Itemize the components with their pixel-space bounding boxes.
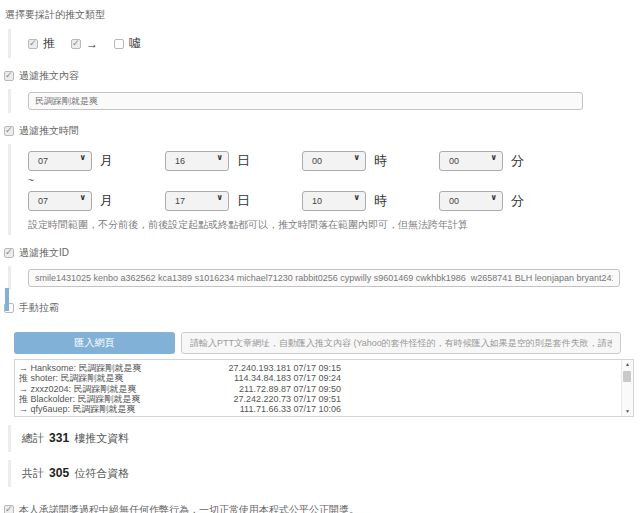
time-filter-checkbox[interactable]	[4, 126, 14, 136]
time-to-minute-select[interactable]: 00	[439, 191, 503, 211]
type-boo-label: 噓	[129, 35, 141, 52]
list-item: → qfy6auep: 民調踩剛就是爽 111.71.66.33 07/17 1…	[19, 404, 617, 414]
comment-ip-time: 114.34.84.183 07/17 09:24	[169, 373, 341, 383]
time-filter-section: 07∨ 月 16∨ 日 00∨ 時 00∨ 分 ~ 07∨ 月 17∨	[8, 144, 640, 235]
id-filter-section	[8, 266, 640, 290]
month-unit-label: 月	[100, 192, 113, 210]
type-option-push[interactable]: 推	[28, 35, 55, 52]
time-from-row: 07∨ 月 16∨ 日 00∨ 時 00∨ 分	[28, 150, 640, 171]
minute-unit-label: 分	[511, 192, 524, 210]
time-from-minute-select[interactable]: 00	[439, 151, 503, 171]
pledge-checkbox[interactable]	[4, 505, 14, 513]
time-to-minute-group: 00∨ 分	[439, 190, 576, 211]
time-filter-row: 過濾推文時間	[4, 124, 640, 138]
list-scrollbar[interactable]: ▲ ▼	[621, 360, 633, 416]
id-filter-checkbox[interactable]	[4, 248, 14, 258]
total-comments-line: 總計 331 樓推文資料	[8, 425, 640, 452]
type-boo-checkbox[interactable]	[114, 39, 124, 49]
manual-slot-row: 手動拉霸	[4, 301, 640, 315]
id-filter-row: 過濾推文ID	[4, 246, 640, 260]
hour-unit-label: 時	[374, 192, 387, 210]
time-filter-note: 設定時間範圍，不分前後，前後設定起點或終點都可以，推文時間落在範圍內即可，但無法…	[28, 218, 640, 232]
type-arrow-checkbox[interactable]	[71, 39, 81, 49]
qualified-suffix: 位符合資格	[74, 467, 129, 479]
type-push-label: 推	[43, 35, 55, 52]
type-options: 推 → 噓	[8, 29, 640, 58]
pledge-label: 本人承諾開獎過程中絕無任何作弊行為，一切正常使用本程式公平公正開獎。	[19, 503, 359, 513]
comment-ip-time: 27.240.193.181 07/17 09:15	[169, 363, 341, 373]
scrollbar-thumb[interactable]	[623, 371, 631, 382]
comment-author-text: → qfy6auep: 民調踩剛就是爽	[19, 404, 169, 414]
time-to-month-group: 07∨ 月	[28, 190, 165, 211]
time-from-minute-group: 00∨ 分	[439, 150, 576, 171]
list-item: → zxxz0204: 民調踩剛就是爽 211.72.89.87 07/17 0…	[19, 384, 617, 394]
time-to-day-group: 17∨ 日	[165, 190, 302, 211]
time-to-day-select[interactable]: 17	[165, 191, 229, 211]
content-filter-label: 過濾推文內容	[19, 69, 79, 83]
import-page-button[interactable]: 匯入網頁	[14, 332, 175, 354]
time-from-hour-select[interactable]: 00	[302, 151, 366, 171]
time-from-day-select[interactable]: 16	[165, 151, 229, 171]
accent-bar	[5, 288, 9, 311]
time-to-month-select[interactable]: 07	[28, 191, 92, 211]
manual-slot-label: 手動拉霸	[19, 301, 59, 315]
comment-ip-time: 211.72.89.87 07/17 09:50	[169, 384, 341, 394]
article-url-input[interactable]	[181, 332, 621, 354]
list-item: → Hanksome: 民調踩剛就是爽 27.240.193.181 07/17…	[19, 363, 617, 373]
hour-unit-label: 時	[374, 152, 387, 170]
list-item: 推 Blackolder: 民調踩剛就是爽 27.242.220.73 07/1…	[19, 394, 617, 404]
total-prefix: 總計	[22, 432, 44, 444]
content-filter-checkbox[interactable]	[4, 71, 14, 81]
minute-unit-label: 分	[511, 152, 524, 170]
time-from-day-group: 16∨ 日	[165, 150, 302, 171]
comment-author-text: → Hanksome: 民調踩剛就是爽	[19, 363, 169, 373]
content-filter-input[interactable]	[28, 92, 583, 110]
time-to-hour-group: 10∨ 時	[302, 190, 439, 211]
import-row: 匯入網頁	[14, 332, 640, 354]
content-filter-row: 過濾推文內容	[4, 69, 640, 83]
pledge-row: 本人承諾開獎過程中絕無任何作弊行為，一切正常使用本程式公平公正開獎。	[4, 503, 640, 513]
scroll-up-icon[interactable]: ▲	[625, 362, 630, 367]
ptt-lottery-tool: 選擇要採計的推文類型 推 → 噓 過濾推文內容 過濾推文時間 07∨ 月	[0, 0, 640, 513]
list-item: 推 shoter: 民調踩剛就是爽 114.34.84.183 07/17 09…	[19, 373, 617, 383]
id-filter-input[interactable]	[28, 269, 620, 287]
time-to-hour-select[interactable]: 10	[302, 191, 366, 211]
month-unit-label: 月	[100, 152, 113, 170]
comment-ip-time: 27.242.220.73 07/17 09:51	[169, 394, 341, 404]
type-push-checkbox[interactable]	[28, 39, 38, 49]
time-from-hour-group: 00∨ 時	[302, 150, 439, 171]
qualified-count: 305	[49, 466, 69, 480]
comment-ip-time: 111.71.66.33 07/17 10:06	[169, 404, 341, 414]
time-to-row: 07∨ 月 17∨ 日 10∨ 時 00∨ 分	[28, 190, 640, 211]
type-option-boo[interactable]: 噓	[114, 35, 141, 52]
comment-author-text: 推 shoter: 民調踩剛就是爽	[19, 373, 169, 383]
comment-author-text: → zxxz0204: 民調踩剛就是爽	[19, 384, 169, 394]
comment-list: → Hanksome: 民調踩剛就是爽 27.240.193.181 07/17…	[14, 359, 634, 417]
time-from-month-group: 07∨ 月	[28, 150, 165, 171]
id-filter-label: 過濾推文ID	[19, 246, 69, 260]
time-from-month-select[interactable]: 07	[28, 151, 92, 171]
day-unit-label: 日	[237, 152, 250, 170]
time-range-tilde: ~	[28, 175, 640, 186]
scroll-down-icon[interactable]: ▼	[625, 409, 630, 414]
day-unit-label: 日	[237, 192, 250, 210]
type-section-label: 選擇要採計的推文類型	[5, 8, 640, 22]
qualified-line: 共計 305 位符合資格	[8, 460, 640, 487]
type-arrow-label: →	[86, 37, 98, 51]
total-suffix: 樓推文資料	[74, 432, 129, 444]
content-filter-section	[8, 89, 640, 113]
total-count: 331	[49, 431, 69, 445]
time-filter-label: 過濾推文時間	[19, 124, 79, 138]
type-option-arrow[interactable]: →	[71, 37, 98, 51]
comment-entries: → Hanksome: 民調踩剛就是爽 27.240.193.181 07/17…	[19, 363, 617, 414]
qualified-prefix: 共計	[22, 467, 44, 479]
comment-author-text: 推 Blackolder: 民調踩剛就是爽	[19, 394, 169, 404]
